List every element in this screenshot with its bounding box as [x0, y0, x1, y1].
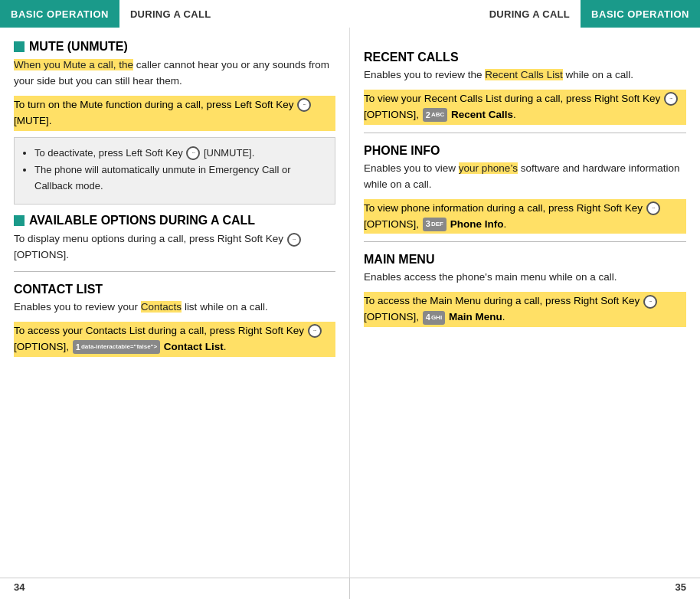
mute-heading: MUTE (UNMUTE) — [14, 40, 335, 54]
contact-body: Enables you to review your Contacts list… — [14, 300, 335, 316]
left-column: MUTE (UNMUTE) When you Mute a call, the … — [0, 28, 350, 578]
phone-instruction: To view phone information during a call,… — [364, 199, 686, 234]
contacts-highlight: Contacts — [141, 301, 182, 313]
main-heading: MAIN MENU — [364, 253, 686, 267]
main-instruction: To access the Main Menu during a call, p… — [364, 292, 686, 327]
header-right: DURING A CALL BASIC OPERATION — [350, 0, 700, 28]
right-soft-key-contact — [308, 324, 322, 338]
mute-intro-highlight: When you Mute a call, the — [14, 59, 133, 70]
mute-icon — [14, 41, 25, 52]
contact-instruction: To access your Contacts List during a ca… — [14, 322, 335, 357]
main-body: Enables access the phone's main menu whi… — [364, 270, 686, 286]
right-page-number: 35 — [350, 578, 700, 599]
mute-bullet-2: The phone will automatically unmute in E… — [34, 162, 324, 195]
right-soft-key-phone — [646, 201, 660, 215]
right-soft-key-main — [643, 295, 657, 309]
header-left: BASIC OPERATION DURING A CALL — [0, 0, 350, 28]
left-soft-key-unmute — [186, 146, 200, 160]
divider-3 — [364, 241, 686, 242]
recent-heading: RECENT CALLS — [364, 51, 686, 64]
header-bar: BASIC OPERATION DURING A CALL DURING A C… — [0, 0, 700, 28]
recent-instruction: To view your Recent Calls List during a … — [364, 90, 686, 125]
mute-intro: When you Mute a call, the caller cannot … — [14, 57, 335, 90]
left-page-number: 34 — [0, 578, 350, 599]
right-column: RECENT CALLS Enables you to review the R… — [350, 28, 700, 578]
options-icon — [14, 215, 25, 226]
left-soft-key-mute — [297, 98, 311, 112]
phone-key-badge: 3DEF — [423, 218, 446, 231]
phone-body: Enables you to view your phone’s softwar… — [364, 161, 686, 193]
right-header-during: DURING A CALL — [479, 0, 581, 28]
main-key-badge: 4GHI — [423, 311, 445, 325]
right-soft-key-recent — [664, 92, 678, 106]
recent-calls-highlight: Recent Calls List — [485, 69, 562, 80]
footer: 34 35 — [0, 578, 700, 599]
main-content: MUTE (UNMUTE) When you Mute a call, the … — [0, 28, 700, 578]
phone-highlight: your phone’s — [459, 162, 518, 174]
phone-heading: PHONE INFO — [364, 144, 686, 158]
divider-1 — [14, 271, 335, 272]
contact-key-badge: 1data-interactable="false"> — [73, 340, 160, 354]
mute-instruction: To turn on the Mute function during a ca… — [14, 96, 335, 131]
divider-2 — [364, 133, 686, 133]
mute-bullet-1: To deactivate, press Left Soft Key [UNMU… — [34, 146, 324, 162]
recent-body: Enables you to review the Recent Calls L… — [364, 67, 686, 83]
left-header-during: DURING A CALL — [119, 0, 221, 28]
left-header-tag: BASIC OPERATION — [0, 0, 119, 28]
contact-heading: CONTACT LIST — [14, 283, 335, 296]
options-body: To display menu options during a call, p… — [14, 231, 335, 263]
right-soft-key-options — [287, 233, 301, 247]
right-header-tag: BASIC OPERATION — [581, 0, 700, 28]
recent-key-badge: 2ABC — [423, 108, 447, 122]
options-heading: AVAILABLE OPTIONS DURING A CALL — [14, 214, 335, 227]
mute-bullet-list: To deactivate, press Left Soft Key [UNMU… — [14, 137, 335, 205]
